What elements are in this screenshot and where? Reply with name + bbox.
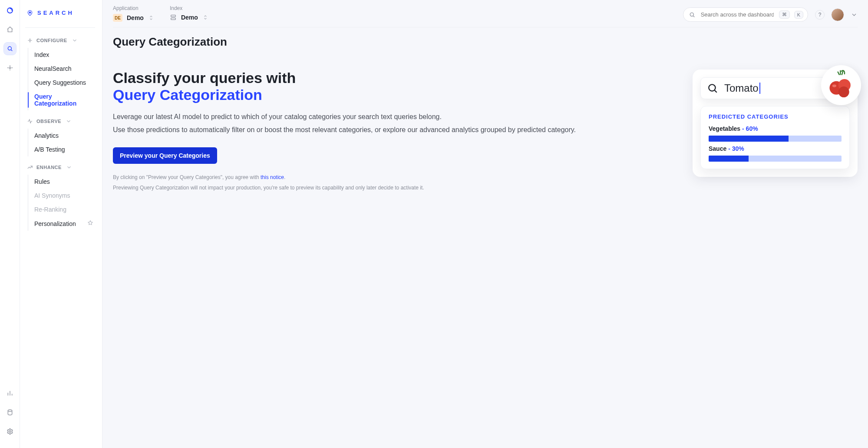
- hero-heading: Classify your queries with Query Categor…: [113, 70, 675, 103]
- svg-point-9: [690, 13, 693, 16]
- sidebar-item-ai-synonyms[interactable]: AI Synonyms: [28, 189, 97, 202]
- index-icon: [170, 14, 177, 21]
- predicted-categories-card: PREDICTED CATEGORIES Vegetables - 60%Sau…: [700, 106, 850, 169]
- predicted-heading: PREDICTED CATEGORIES: [709, 113, 842, 120]
- home-icon[interactable]: [4, 23, 16, 36]
- sidebar-item-index[interactable]: Index: [28, 48, 97, 62]
- index-selector[interactable]: Index Demo: [170, 5, 208, 22]
- preview-button[interactable]: Preview your Query Categories: [113, 147, 217, 164]
- star-icon[interactable]: [87, 220, 93, 227]
- legal-text: By clicking on "Preview your Query Categ…: [113, 174, 675, 191]
- page-title: Query Categorization: [113, 35, 858, 49]
- svg-point-5: [29, 11, 31, 13]
- topbar: Application DE Demo Index Demo: [113, 5, 858, 27]
- progress-bar: [709, 156, 842, 162]
- preview-card: Tomato PREDI: [693, 70, 858, 177]
- svg-point-6: [29, 40, 31, 41]
- global-search-input[interactable]: [700, 11, 775, 18]
- sidebar-item-neuralsearch[interactable]: NeuralSearch: [28, 62, 97, 76]
- tomato-image: [821, 65, 861, 105]
- help-icon[interactable]: ?: [815, 10, 825, 20]
- nav-rail: [0, 0, 20, 448]
- section-header-observe[interactable]: OBSERVE: [23, 113, 97, 129]
- sidebar-item-ab-testing[interactable]: A/B Testing: [28, 143, 97, 156]
- hero-desc-2: Use those predictions to automatically f…: [113, 124, 675, 136]
- svg-point-10: [709, 84, 715, 91]
- section-header-enhance[interactable]: ENHANCE: [23, 159, 97, 175]
- app-root: SEARCH CONFIGURE Index NeuralSearch Quer…: [0, 0, 868, 448]
- section-header-configure[interactable]: CONFIGURE: [23, 32, 97, 48]
- category-row: Vegetables - 60%: [709, 125, 842, 142]
- search-section-icon[interactable]: [4, 43, 16, 55]
- chevron-updown-icon: [202, 14, 208, 20]
- sidebar: SEARCH CONFIGURE Index NeuralSearch Quer…: [20, 0, 102, 448]
- section-observe: OBSERVE Analytics A/B Testing: [23, 113, 97, 156]
- global-search[interactable]: ⌘ K: [683, 7, 808, 22]
- chevron-down-icon[interactable]: [851, 11, 858, 18]
- main: Application DE Demo Index Demo: [102, 0, 868, 448]
- sidebar-item-personalization[interactable]: Personalization: [28, 216, 97, 231]
- svg-point-14: [832, 84, 836, 87]
- shortcut-cmd: ⌘: [779, 10, 790, 19]
- brand-label: SEARCH: [37, 10, 74, 16]
- svg-point-13: [838, 86, 849, 97]
- shortcut-key: K: [794, 11, 803, 19]
- svg-rect-7: [171, 15, 176, 17]
- svg-point-1: [8, 46, 11, 50]
- svg-point-2: [9, 67, 11, 69]
- category-row: Sauce - 30%: [709, 145, 842, 162]
- logo-icon: [4, 4, 16, 17]
- search-icon: [707, 83, 718, 94]
- preview-query: Tomato: [724, 82, 760, 94]
- chevron-updown-icon: [148, 15, 154, 21]
- section-enhance: ENHANCE Rules AI Synonyms Re-Ranking Per…: [23, 159, 97, 231]
- sidebar-item-analytics[interactable]: Analytics: [28, 129, 97, 143]
- analytics-rail-icon[interactable]: [4, 387, 16, 399]
- sidebar-item-rules[interactable]: Rules: [28, 175, 97, 189]
- notice-link[interactable]: this notice: [261, 174, 284, 180]
- brand: SEARCH: [23, 6, 97, 23]
- sidebar-item-query-suggestions[interactable]: Query Suggestions: [28, 76, 97, 90]
- app-badge: DE: [113, 14, 122, 22]
- settings-rail-icon[interactable]: [4, 425, 16, 438]
- sidebar-item-query-categorization[interactable]: Query Categorization: [28, 90, 97, 110]
- search-icon: [689, 11, 696, 18]
- hero-desc-1: Leverage our latest AI model to predict …: [113, 111, 675, 123]
- application-selector[interactable]: Application DE Demo: [113, 5, 154, 22]
- section-configure: CONFIGURE Index NeuralSearch Query Sugge…: [23, 32, 97, 110]
- svg-point-4: [9, 431, 11, 432]
- svg-point-3: [8, 410, 12, 411]
- sidebar-item-re-ranking[interactable]: Re-Ranking: [28, 202, 97, 216]
- caret-icon: [759, 83, 760, 94]
- avatar[interactable]: [832, 9, 844, 21]
- data-rail-icon[interactable]: [4, 406, 16, 418]
- svg-rect-8: [171, 18, 176, 20]
- hero: Classify your queries with Query Categor…: [113, 70, 858, 191]
- progress-bar: [709, 136, 842, 142]
- recommend-icon[interactable]: [4, 62, 16, 74]
